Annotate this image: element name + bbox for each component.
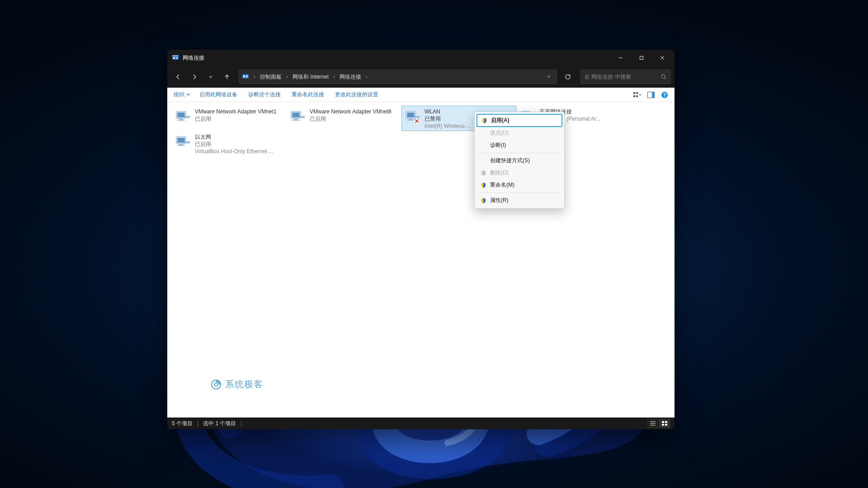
- breadcrumb-root[interactable]: 控制面板: [258, 73, 283, 81]
- svg-rect-2: [173, 57, 175, 59]
- up-button[interactable]: [220, 70, 234, 84]
- adapter-status: 已禁用: [425, 115, 471, 122]
- svg-rect-15: [633, 95, 635, 97]
- svg-rect-26: [292, 113, 299, 117]
- chevron-right-icon: ›: [284, 74, 290, 80]
- adapter-info: VMware Network Adapter VMnet8 已启用: [310, 108, 392, 122]
- close-button[interactable]: [652, 50, 673, 66]
- adapter-name: VMware Network Adapter VMnet1: [195, 108, 277, 115]
- breadcrumb-mid[interactable]: 网络和 Internet: [291, 73, 330, 81]
- context-menu-item: 状态(U): [475, 127, 564, 139]
- search-icon: [660, 74, 667, 80]
- context-menu-item[interactable]: 创建快捷方式(S): [475, 155, 564, 167]
- window-icon: [172, 54, 179, 61]
- icons-view-button[interactable]: [659, 419, 670, 428]
- adapter-name: WLAN: [425, 108, 471, 115]
- svg-rect-50: [665, 424, 667, 426]
- svg-rect-23: [179, 119, 183, 120]
- address-dropdown[interactable]: [544, 74, 554, 80]
- context-menu: 启用(A)状态(U)诊断(I)创建快捷方式(S)删除(D)重命名(M)属性(R): [474, 112, 565, 209]
- adapter-status: 已启用: [195, 141, 273, 148]
- context-menu-item: 删除(D): [475, 167, 564, 179]
- adapter-info: 以太网 已启用 VirtualBox Host-Only Ethernet ..…: [195, 133, 273, 155]
- svg-rect-9: [243, 75, 245, 77]
- shield-icon: [480, 170, 486, 176]
- svg-rect-27: [294, 119, 298, 120]
- status-bar: 5 个项目 | 选中 1 个项目 |: [167, 418, 675, 429]
- address-bar[interactable]: › 控制面板 › 网络和 Internet › 网络连接 ›: [239, 70, 557, 84]
- adapter-item[interactable]: VMware Network Adapter VMnet1 已启用: [172, 106, 287, 131]
- toolbar-enable-device[interactable]: 启用此网络设备: [195, 89, 242, 100]
- svg-rect-32: [407, 120, 414, 121]
- explorer-window: 网络连接 › 控制面板 › 网络和 Internet › 网络连接 › 在 网络…: [167, 50, 675, 429]
- svg-rect-3: [176, 57, 178, 59]
- organize-label: 组织: [174, 91, 184, 99]
- toolbar-change-settings[interactable]: 更改此连接的设置: [330, 89, 383, 100]
- preview-pane-button[interactable]: [646, 90, 656, 99]
- details-view-button[interactable]: [647, 419, 658, 428]
- status-selection: 选中 1 个项目: [203, 420, 236, 427]
- svg-point-11: [661, 75, 665, 78]
- chevron-right-icon: ›: [252, 74, 257, 80]
- toolbar-diagnose[interactable]: 诊断这个连接: [244, 89, 285, 100]
- svg-rect-5: [640, 56, 643, 60]
- context-menu-label: 创建快捷方式(S): [490, 157, 530, 164]
- svg-rect-10: [246, 75, 248, 77]
- adapter-icon: [175, 134, 191, 150]
- shield-icon: [481, 117, 487, 124]
- back-button[interactable]: [171, 70, 185, 84]
- svg-rect-14: [636, 92, 638, 94]
- refresh-button[interactable]: [560, 70, 576, 84]
- adapter-item[interactable]: VMware Network Adapter VMnet8 已启用: [287, 106, 401, 131]
- context-menu-item[interactable]: 属性(R): [475, 194, 564, 206]
- svg-rect-49: [662, 424, 664, 426]
- watermark: 系统极客: [211, 378, 263, 390]
- svg-line-12: [665, 78, 666, 79]
- content-pane[interactable]: VMware Network Adapter VMnet1 已启用 VMware…: [167, 102, 675, 418]
- watermark-text: 系统极客: [225, 378, 263, 390]
- titlebar: 网络连接: [167, 50, 675, 66]
- shield-icon: [480, 182, 486, 188]
- status-sep: |: [241, 420, 242, 427]
- svg-rect-39: [177, 138, 184, 143]
- maximize-button[interactable]: [631, 50, 652, 66]
- context-menu-label: 重命名(M): [490, 181, 514, 189]
- view-options-button[interactable]: [633, 90, 642, 99]
- svg-rect-40: [179, 144, 183, 145]
- svg-rect-1: [172, 55, 179, 56]
- context-menu-item[interactable]: 诊断(I): [475, 139, 564, 151]
- context-menu-label: 删除(D): [490, 169, 509, 177]
- adapter-info: WLAN 已禁用 Intel(R) Wireless-...: [425, 108, 471, 130]
- context-menu-separator: [478, 192, 561, 193]
- svg-rect-18: [652, 92, 655, 98]
- adapter-status: 已启用: [310, 115, 392, 122]
- context-menu-label: 诊断(I): [490, 141, 506, 149]
- svg-rect-48: [665, 421, 667, 423]
- toolbar-rename[interactable]: 重命名此连接: [287, 89, 329, 100]
- svg-rect-16: [636, 95, 638, 97]
- adapter-name: VMware Network Adapter VMnet8: [310, 108, 392, 115]
- context-menu-item[interactable]: 重命名(M): [475, 179, 564, 191]
- svg-rect-31: [409, 119, 413, 120]
- adapter-item[interactable]: 以太网 已启用 VirtualBox Host-Only Ethernet ..…: [172, 131, 287, 156]
- svg-point-43: [214, 383, 218, 386]
- svg-rect-13: [633, 92, 635, 94]
- context-menu-item[interactable]: 启用(A): [476, 114, 562, 127]
- forward-button[interactable]: [187, 70, 202, 84]
- search-input[interactable]: 在 网络连接 中搜索: [580, 70, 671, 84]
- context-menu-label: 状态(U): [490, 129, 509, 137]
- svg-text:?: ?: [663, 92, 666, 98]
- organize-dropdown[interactable]: 组织: [171, 89, 193, 100]
- adapter-info: VMware Network Adapter VMnet1 已启用: [195, 108, 277, 122]
- breadcrumb-leaf[interactable]: 网络连接: [338, 73, 363, 81]
- adapter-name: 以太网: [195, 133, 273, 141]
- adapter-status: 已启用: [195, 115, 277, 122]
- context-menu-label: 属性(R): [490, 197, 509, 204]
- history-dropdown[interactable]: [203, 70, 218, 84]
- status-sep: |: [197, 420, 198, 427]
- adapter-icon: [405, 109, 421, 125]
- svg-rect-47: [662, 421, 664, 423]
- search-placeholder: 在 网络连接 中搜索: [585, 73, 660, 81]
- help-button[interactable]: ?: [660, 90, 669, 99]
- minimize-button[interactable]: [610, 50, 631, 66]
